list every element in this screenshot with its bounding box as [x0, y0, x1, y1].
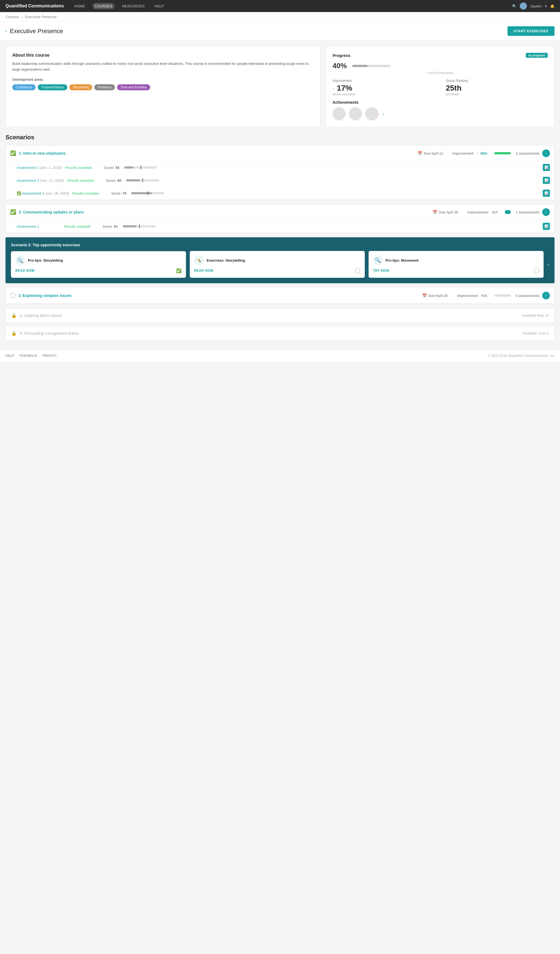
scenario-2-name[interactable]: 2. Communicating updates or plans [19, 210, 430, 214]
opp-card-3-icon: 🔍 [373, 255, 383, 265]
scenario-4-name: 4. Inspiring direct reports [20, 313, 522, 318]
top-opp-title: Scenario 2: Top opportunity exercises [11, 243, 549, 247]
progress-percent: 40% [333, 62, 347, 70]
bell-icon[interactable]: 🔔 [550, 4, 555, 8]
scenario-3-bar-fill [495, 295, 511, 297]
scenario-3-group: 3. Explaining complex issues 📅 Due April… [5, 288, 555, 304]
scenario-1-check-icon: ✅ [10, 150, 16, 156]
assessment-2-1: Assessment 1 Results available Score: 51… [6, 220, 554, 232]
scenario-2-meta: 📅 Due April 30 [432, 210, 458, 214]
footer-privacy[interactable]: PRIVACY [43, 354, 57, 358]
brand-logo[interactable]: Quantified Communications [5, 3, 64, 8]
page-title: Executive Presence [10, 28, 63, 35]
assess-1-3-status: Results available [73, 191, 108, 195]
opp-card-2: 🤸 Exercises: Storytelling READ NOW [190, 251, 365, 278]
scenario-5-name: 5. Persuading management teams [20, 331, 523, 335]
scenario-3-name[interactable]: 3. Explaining complex issues [18, 293, 420, 298]
assess-1-2-name[interactable]: Assessment 2 (Jan. 11, 2019) [17, 178, 64, 182]
about-heading: About this course [12, 53, 313, 58]
achievements-more-icon[interactable]: › [383, 111, 384, 117]
nav-courses[interactable]: COURSES [92, 3, 114, 9]
tag-storytelling: Storytelling [70, 84, 92, 90]
scenario-3-improvement: Improvement: N/A [457, 294, 487, 298]
assess-1-1-chart-icon[interactable]: 📊 [543, 164, 550, 171]
assess-1-1-status: Results available [65, 165, 101, 170]
assess-1-3-name[interactable]: ✅ Assessment 3 (Jan. 18, 2019) [17, 191, 69, 195]
avatar [520, 3, 527, 9]
dev-areas-label: Development areas [12, 78, 313, 81]
search-icon[interactable]: 🔍 [512, 4, 516, 8]
scenario-1-bar-fill [495, 152, 511, 154]
assess-1-1-fill [124, 167, 134, 168]
scenario-1-bar [495, 152, 511, 154]
tag-tone-emotion: Tone and Emotion [117, 84, 150, 90]
opp-card-1: 🔍 Pro tips: Storytelling READ NOW ✅ [11, 251, 186, 278]
opp-card-2-title: Exercises: Storytelling [207, 258, 245, 262]
footer-help[interactable]: HELP [5, 354, 14, 358]
scenario-1-upload-button[interactable]: ↑ [542, 150, 550, 157]
improvement-block: Improvement ↑ 17% across scenarios [333, 79, 434, 96]
assess-1-2-status: Results available [67, 178, 103, 182]
tag-presence: Presence [94, 84, 115, 90]
nav-right: 🔍 Jayden ▾ 🔔 [512, 3, 555, 9]
assess-1-1-name[interactable]: Assessment 1 (Jan. 1, 2019) [17, 165, 62, 170]
opp-card-1-title: Pro tips: Storytelling [28, 258, 63, 262]
scenario-3-due: Due April 30 [428, 294, 448, 298]
start-exercises-button[interactable]: START EXERCISES [507, 26, 555, 36]
opp-card-1-action[interactable]: READ NOW ✅ [15, 268, 182, 273]
scenario-1-name[interactable]: 1. Intro to new employees [19, 151, 415, 156]
opp-card-3-action[interactable]: TRY NOW [373, 268, 539, 273]
opp-card-1-action-label: READ NOW [15, 269, 35, 273]
assess-1-2-chart-icon[interactable]: 📊 [543, 177, 550, 184]
assess-1-2-bar [126, 179, 159, 181]
copyright: © 2012-2018 Quantified Communications, I… [488, 354, 555, 358]
scenario-5-available: Available June 4 [523, 331, 549, 335]
username[interactable]: Jayden [530, 4, 542, 8]
opp-card-1-header: 🔍 Pro tips: Storytelling [15, 256, 182, 265]
cal-icon-2: 📅 [432, 210, 437, 214]
breadcrumb-current: Executive Presence [25, 15, 57, 19]
ranking-sub: percentile [446, 92, 548, 96]
opp-card-3-status-icon [534, 268, 539, 273]
achievements-row: › [333, 107, 548, 120]
scenario-1-meta: 📅 Due April 12 [417, 151, 443, 156]
nav-help[interactable]: HELP [152, 3, 166, 9]
assess-1-1-marker [140, 165, 141, 169]
scenario-2-upload-button[interactable]: ↑ [542, 208, 550, 216]
opp-card-2-action[interactable]: READ NOW [194, 268, 360, 273]
assess-1-2-score: 50 [117, 178, 121, 182]
breadcrumb-parent[interactable]: Courses [5, 15, 19, 19]
assess-1-1-bar [124, 167, 157, 168]
achievements-label: Achievements [333, 100, 548, 104]
assess-2-1-name[interactable]: Assessment 1 [17, 224, 61, 229]
assess-1-2-fill [126, 179, 140, 181]
back-button[interactable]: ‹ [5, 28, 7, 34]
scenario-3-upload-button[interactable]: ↑ [542, 292, 550, 299]
scenario-2-improvement: Improvement: N/A [468, 210, 498, 214]
assess-2-1-score: 51 [114, 224, 118, 229]
opp-next-chevron-icon[interactable]: › [548, 262, 549, 267]
imp-na-3: N/A [482, 294, 487, 298]
brand-name-plain: Quantified [5, 3, 27, 8]
footer-links: HELP FEEDBACK PRIVACY [5, 354, 57, 358]
nav-home[interactable]: HOME [72, 3, 87, 9]
tags-container: Confidence Trustworthiness Storytelling … [12, 84, 313, 90]
assess-2-1-chart-icon[interactable]: 📊 [543, 223, 550, 230]
scenario-3-circle-icon [10, 293, 16, 298]
opp-card-2-icon: 🤸 [194, 255, 204, 265]
assess-2-1-status: Results available [64, 224, 99, 229]
progress-badge: In progress [526, 53, 548, 58]
footer-feedback[interactable]: FEEDBACK [19, 354, 37, 358]
scenario-1-header: ✅ 1. Intro to new employees 📅 Due April … [6, 146, 554, 161]
nav-resources[interactable]: RESOURCES [120, 3, 147, 9]
page-title-row: ‹ Executive Presence [5, 28, 63, 35]
opp-card-3-header: 🔍 Pro tips: Movement [373, 255, 539, 265]
imp-na-2: N/A [492, 210, 498, 214]
page-header: ‹ Executive Presence START EXERCISES [0, 22, 560, 41]
brand-name-bold: Communications [27, 3, 64, 8]
assess-1-3-chart-icon[interactable]: 📊 [543, 190, 550, 197]
opp-card-2-status-icon [355, 268, 360, 273]
assess-2-1-bar [123, 225, 156, 228]
achievement-3 [365, 107, 378, 120]
assess-1-3-fill [131, 192, 151, 194]
